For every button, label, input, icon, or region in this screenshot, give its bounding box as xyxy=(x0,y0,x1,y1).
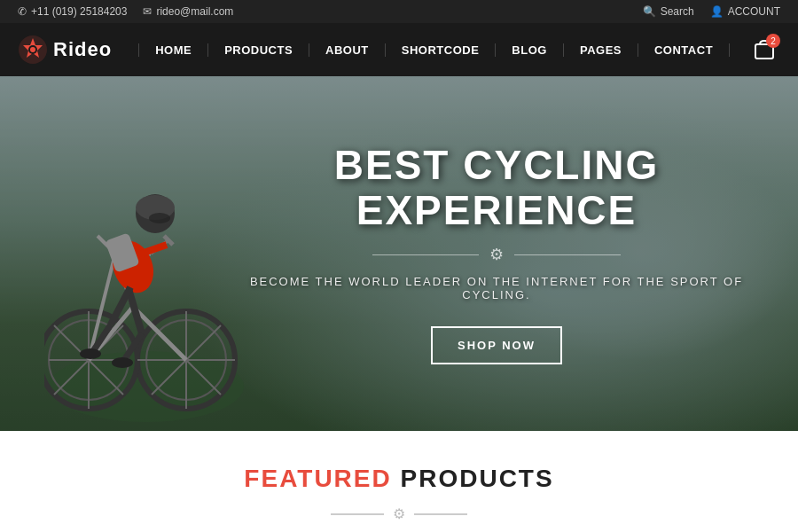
nav-about[interactable]: ABOUT xyxy=(309,43,386,57)
nav-links: HOME PRODUCTS ABOUT SHORTCODE BLOG PAGES… xyxy=(138,43,748,57)
logo-icon xyxy=(18,35,48,65)
account-item[interactable]: 👤 ACCOUNT xyxy=(710,5,780,18)
cart-badge: 2 xyxy=(766,34,780,48)
phone-item: ✆ +11 (019) 25184203 xyxy=(18,5,127,18)
featured-section: FEATURED PRODUCTS ⚙ It is a long establi… xyxy=(0,431,798,532)
featured-gear-icon: ⚙ xyxy=(393,505,405,522)
nav-contact[interactable]: CONTACT xyxy=(638,43,730,57)
hero-title: BEST CYCLING EXPERIENCE xyxy=(248,143,745,232)
search-label[interactable]: Search xyxy=(661,5,694,18)
navbar: Rideo HOME PRODUCTS ABOUT SHORTCODE BLOG… xyxy=(0,23,798,76)
featured-line-left xyxy=(331,513,384,515)
hero-content: BEST CYCLING EXPERIENCE ⚙ BECOME THE WOR… xyxy=(0,143,798,364)
nav-home[interactable]: HOME xyxy=(138,43,208,57)
email-item: ✉ rideo@mail.com xyxy=(143,5,233,18)
nav-blog[interactable]: BLOG xyxy=(496,43,564,57)
nav-pages[interactable]: PAGES xyxy=(564,43,638,57)
account-label[interactable]: ACCOUNT xyxy=(728,5,780,18)
phone-number: +11 (019) 25184203 xyxy=(31,5,127,18)
divider-line-right xyxy=(514,254,621,255)
email-icon: ✉ xyxy=(143,5,152,18)
featured-divider: ⚙ xyxy=(18,505,780,522)
svg-point-2 xyxy=(30,47,35,52)
gear-icon: ⚙ xyxy=(489,245,504,264)
hero-subtitle: BECOME THE WORLD LEADER ON THE INTERNET … xyxy=(248,275,745,301)
search-item[interactable]: 🔍 Search xyxy=(643,5,694,18)
shop-now-button[interactable]: SHOP NOW xyxy=(431,326,562,364)
email-address: rideo@mail.com xyxy=(156,5,233,18)
account-icon: 👤 xyxy=(710,5,724,18)
phone-icon: ✆ xyxy=(18,5,27,18)
divider-line-left xyxy=(372,254,479,255)
top-bar: ✆ +11 (019) 25184203 ✉ rideo@mail.com 🔍 … xyxy=(0,0,798,23)
logo-text: Rideo xyxy=(53,38,112,61)
nav-shortcode[interactable]: SHORTCODE xyxy=(386,43,497,57)
hero-section: BEST CYCLING EXPERIENCE ⚙ BECOME THE WOR… xyxy=(0,76,798,431)
featured-title: FEATURED PRODUCTS xyxy=(18,465,780,493)
logo[interactable]: Rideo xyxy=(18,35,112,65)
cart-button[interactable]: 2 xyxy=(748,34,780,66)
top-bar-left: ✆ +11 (019) 25184203 ✉ rideo@mail.com xyxy=(18,5,233,18)
hero-divider: ⚙ xyxy=(248,245,745,264)
nav-products[interactable]: PRODUCTS xyxy=(208,43,309,57)
top-bar-right: 🔍 Search 👤 ACCOUNT xyxy=(643,5,780,18)
featured-line-right xyxy=(414,513,467,515)
featured-normal: PRODUCTS xyxy=(392,465,554,492)
search-icon: 🔍 xyxy=(643,5,656,18)
featured-highlight: FEATURED xyxy=(244,465,391,492)
